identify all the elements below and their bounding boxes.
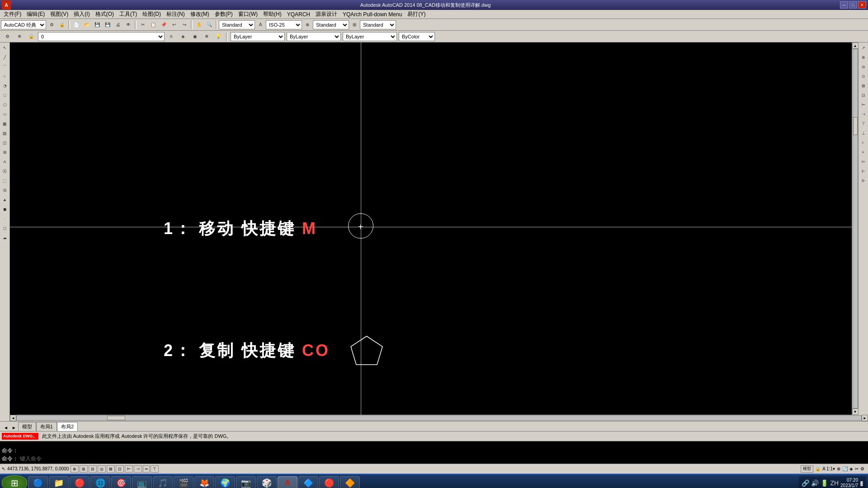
lt-arc-btn[interactable]: ◔ [0, 81, 9, 90]
taskbar-app12[interactable]: 🎲 [257, 476, 277, 488]
taskbar-app9[interactable]: 🦊 [194, 476, 214, 488]
vscroll-track[interactable] [853, 49, 858, 408]
ducs-btn[interactable]: ⊢ [125, 465, 133, 473]
copy-btn[interactable]: 📋 [148, 20, 158, 30]
vscroll-up-btn[interactable]: ▲ [852, 42, 859, 49]
taskbar-app-red[interactable]: 🔴 [70, 476, 90, 488]
rt-btn13[interactable]: ⊨ [859, 157, 868, 166]
taskbar-app7[interactable]: 🎵 [153, 476, 173, 488]
menu-draw[interactable]: 绘图(D) [140, 10, 164, 19]
bylayer-combo3[interactable]: ByLayer [343, 32, 397, 41]
minimize-button[interactable]: ─ [840, 1, 848, 9]
tab-nav-left[interactable]: ◄ [2, 424, 10, 431]
tray-battery-icon[interactable]: 🔋 [821, 479, 828, 487]
rt-btn10[interactable]: ⊥ [859, 129, 868, 138]
lt-revcloud-btn[interactable]: ☁ [0, 233, 9, 242]
layer-off-btn[interactable]: 💡 [213, 32, 223, 42]
cmd-input[interactable] [20, 456, 866, 462]
menu-format[interactable]: 格式(O) [93, 10, 117, 19]
taskbar-app16[interactable]: 🔶 [340, 476, 360, 488]
zoom-btn[interactable]: 🔍 [204, 20, 214, 30]
text-style-btn[interactable]: A [255, 20, 265, 30]
rt-btn5[interactable]: ⊠ [859, 81, 868, 90]
layer-props-btn[interactable]: ⚙ [2, 32, 13, 42]
snap-btn[interactable]: ⊕ [71, 465, 79, 473]
vscroll-down-btn[interactable]: ▼ [852, 408, 859, 415]
tab-nav-right[interactable]: ► [10, 424, 18, 431]
tray-show-desktop-icon[interactable]: ▮ [860, 479, 863, 487]
close-button[interactable]: ✕ [858, 1, 866, 9]
rt-btn15[interactable]: ⊪ [859, 176, 868, 185]
standard-combo[interactable]: Standard [219, 20, 255, 29]
lt-polygon-btn[interactable]: ⬡ [0, 100, 9, 109]
layer-iso-btn[interactable]: ◈ [178, 32, 188, 42]
model-space-btn[interactable]: 模型 [801, 465, 813, 473]
menu-insert[interactable]: 插入(I) [71, 10, 92, 19]
open-btn[interactable]: 📂 [82, 20, 92, 30]
lt-insert-btn[interactable]: ⬚ [0, 176, 9, 185]
taskbar-app8[interactable]: 🎬 [174, 476, 193, 488]
tray-time-display[interactable]: 07:20 2023/1/7 [840, 478, 858, 488]
lt-table-btn[interactable]: ⊞ [0, 148, 9, 157]
menu-params[interactable]: 参数(P) [212, 10, 236, 19]
bycolor-combo[interactable]: ByColor [399, 32, 435, 41]
rt-btn11[interactable]: ⊦ [859, 138, 868, 147]
plotpreview-btn[interactable]: 👁 [123, 20, 133, 30]
rt-btn6[interactable]: ⊡ [859, 91, 868, 100]
rt-btn4[interactable]: ⊙ [859, 72, 868, 81]
standard2-combo[interactable]: Standard [313, 20, 349, 29]
hscroll-left-btn[interactable]: ◄ [10, 415, 16, 421]
menu-window[interactable]: 窗口(W) [236, 10, 260, 19]
tray-network-icon[interactable]: 🔗 [802, 479, 809, 487]
cut-btn[interactable]: ✂ [138, 20, 148, 30]
rt-btn2[interactable]: ⊕ [859, 53, 868, 62]
bylayer-combo2[interactable]: ByLayer [287, 32, 341, 41]
annotation-combo[interactable]: ISO-25 [266, 20, 302, 29]
menu-yuanquan[interactable]: 源泉设计 [313, 10, 340, 19]
maximize-button[interactable]: □ [849, 1, 857, 9]
lt-circle-btn[interactable]: ○ [0, 72, 9, 81]
rt-btn14[interactable]: ⊩ [859, 167, 868, 176]
rt-btn9[interactable]: ⊤ [859, 119, 868, 128]
dyn-btn[interactable]: ⊣ [134, 465, 142, 473]
plot-btn[interactable]: 🖨 [113, 20, 123, 30]
menu-tools[interactable]: 工具(T) [117, 10, 140, 19]
menu-yqarch[interactable]: YQARCH [284, 11, 313, 18]
menu-yida[interactable]: 易打(Y) [405, 10, 428, 19]
osnap-btn[interactable]: ⊠ [107, 465, 115, 473]
layer-combo[interactable]: 0 [38, 32, 165, 41]
menu-view[interactable]: 视图(V) [47, 10, 71, 19]
rt-btn1[interactable]: ↗ [859, 43, 868, 52]
ortho-btn[interactable]: ⊟ [89, 465, 97, 473]
menu-modify[interactable]: 修改(M) [188, 10, 212, 19]
lt-select-btn[interactable]: ↖ [0, 43, 9, 52]
tab-layout2[interactable]: 布局2 [57, 422, 78, 431]
menu-edit[interactable]: 编辑(E) [24, 10, 47, 19]
lt-face3d-btn[interactable]: ▲ [0, 195, 9, 204]
tray-lang-icon[interactable]: ZH [830, 479, 839, 487]
lweight-btn[interactable]: ━ [143, 465, 150, 473]
saveas-btn[interactable]: 💾 [103, 20, 113, 30]
hscroll-track[interactable] [16, 415, 862, 421]
workspace-settings-btn[interactable]: ⚙ [47, 20, 57, 30]
taskbar-app5[interactable]: 🎯 [111, 476, 131, 488]
start-button[interactable]: ⊞ [2, 475, 27, 488]
workspace-lock-btn[interactable]: 🔒 [57, 20, 67, 30]
lt-text-btn[interactable]: A [0, 157, 9, 166]
layer-unisolate-btn[interactable]: ◉ [190, 32, 200, 42]
lt-solid-btn[interactable]: ◼ [0, 205, 9, 214]
polar-btn[interactable]: ◎ [98, 465, 106, 473]
hscroll-thumb[interactable] [107, 416, 125, 420]
rt-btn8[interactable]: ⊣ [859, 110, 868, 119]
lt-region-btn[interactable]: ◫ [0, 138, 9, 147]
new-btn[interactable]: 📄 [71, 20, 81, 30]
taskbar-app10[interactable]: 🌍 [215, 476, 235, 488]
undo-btn[interactable]: ↩ [169, 20, 179, 30]
taskbar-app11[interactable]: 📷 [236, 476, 256, 488]
tab-layout1[interactable]: 布局1 [36, 422, 57, 431]
table-style-btn[interactable]: ⊞ [349, 20, 359, 30]
layer-freeze2-btn[interactable]: ❄ [202, 32, 212, 42]
taskbar-app14[interactable]: 🔷 [298, 476, 318, 488]
taskbar-app-browser[interactable]: 🔵 [28, 476, 48, 488]
menu-file[interactable]: 文件(F) [1, 10, 24, 19]
